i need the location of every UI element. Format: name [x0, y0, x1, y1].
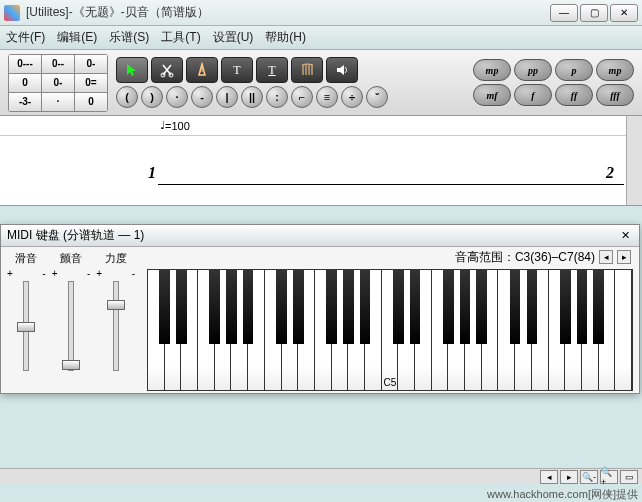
numpad-0[interactable]: 0---	[9, 55, 41, 73]
black-key[interactable]	[209, 270, 220, 344]
footer-attribution: www.hackhome.com[网侠]提供	[487, 487, 638, 502]
circ-1[interactable]: )	[141, 86, 163, 108]
black-key[interactable]	[593, 270, 604, 344]
menu-edit[interactable]: 编辑(E)	[57, 29, 97, 46]
numpad-5[interactable]: 0=	[75, 74, 107, 92]
piano-keyboard[interactable]: C5	[147, 269, 633, 391]
black-key[interactable]	[276, 270, 287, 344]
menu-tools[interactable]: 工具(T)	[161, 29, 200, 46]
tool-harp[interactable]	[291, 57, 323, 83]
slider-vibrato-label: 颤音	[60, 251, 82, 266]
black-key[interactable]	[476, 270, 487, 344]
zoom-out-button[interactable]: 🔍-	[580, 470, 598, 484]
numpad-7[interactable]: ·	[42, 93, 74, 111]
c5-label: C5	[384, 377, 397, 388]
circ-2[interactable]: ·	[166, 86, 188, 108]
black-key[interactable]	[577, 270, 588, 344]
dyn-mf[interactable]: mf	[473, 84, 511, 106]
bar-number-1: 1	[148, 164, 156, 182]
black-key[interactable]	[243, 270, 254, 344]
numpad-4[interactable]: 0-	[42, 74, 74, 92]
slider-glide-label: 滑音	[15, 251, 37, 266]
black-key[interactable]	[560, 270, 571, 344]
dyn-ff[interactable]: ff	[555, 84, 593, 106]
dyn-f[interactable]: f	[514, 84, 552, 106]
black-key[interactable]	[510, 270, 521, 344]
bottom-toolbar: ◂ ▸ 🔍- 🔍+ ▭	[0, 468, 642, 484]
staff[interactable]: 1 2	[0, 136, 642, 206]
numpad-1[interactable]: 0--	[42, 55, 74, 73]
zoom-in-button[interactable]: 🔍+	[600, 470, 618, 484]
minimize-button[interactable]: —	[550, 4, 578, 22]
black-key[interactable]	[527, 270, 538, 344]
circ-3[interactable]: -	[191, 86, 213, 108]
nav-right-button[interactable]: ▸	[560, 470, 578, 484]
midi-panel-title: MIDI 键盘 (分谱轨道 — 1)	[7, 227, 617, 244]
black-key[interactable]	[460, 270, 471, 344]
dyn-fff[interactable]: fff	[596, 84, 634, 106]
tool-cut[interactable]	[151, 57, 183, 83]
tool-arrow[interactable]	[116, 57, 148, 83]
tool-speaker[interactable]	[326, 57, 358, 83]
midi-keyboard-panel: MIDI 键盘 (分谱轨道 — 1) ✕ 滑音 +- 颤音 +- 力度 +- 音…	[0, 224, 640, 394]
window-title: [Utilites]-《无题》-贝音（简谱版）	[26, 4, 550, 21]
range-next-button[interactable]: ▸	[617, 250, 631, 264]
tool-tempo[interactable]	[186, 57, 218, 83]
menu-file[interactable]: 文件(F)	[6, 29, 45, 46]
numpad-8[interactable]: 0	[75, 93, 107, 111]
dyn-pp[interactable]: pp	[514, 59, 552, 81]
circ-7[interactable]: ⌐	[291, 86, 313, 108]
circ-4[interactable]: |	[216, 86, 238, 108]
tool-lyric[interactable]: T	[256, 57, 288, 83]
black-key[interactable]	[159, 270, 170, 344]
toolbar: 0--- 0-- 0- 0 0- 0= -3- · 0 T T ( ) · - …	[0, 50, 642, 116]
black-key[interactable]	[360, 270, 371, 344]
circ-8[interactable]: ≡	[316, 86, 338, 108]
black-key[interactable]	[393, 270, 404, 344]
number-pad: 0--- 0-- 0- 0 0- 0= -3- · 0	[8, 54, 108, 112]
nav-left-button[interactable]: ◂	[540, 470, 558, 484]
vertical-scrollbar[interactable]	[626, 116, 642, 205]
circ-9[interactable]: ÷	[341, 86, 363, 108]
score-area[interactable]: ♩=100 1 2	[0, 116, 642, 206]
black-key[interactable]	[343, 270, 354, 344]
numpad-6[interactable]: -3-	[9, 93, 41, 111]
circ-10[interactable]: ˇ	[366, 86, 388, 108]
dyn-mp2[interactable]: mp	[596, 59, 634, 81]
pitch-range-label: 音高范围：C3(36)–C7(84)	[455, 249, 595, 266]
slider-glide[interactable]	[23, 281, 29, 371]
sliders-area: 滑音 +- 颤音 +- 力度 +-	[1, 247, 141, 393]
menu-help[interactable]: 帮助(H)	[265, 29, 306, 46]
close-button[interactable]: ✕	[610, 4, 638, 22]
black-key[interactable]	[443, 270, 454, 344]
black-key[interactable]	[293, 270, 304, 344]
dyn-p[interactable]: p	[555, 59, 593, 81]
slider-velocity-label: 力度	[105, 251, 127, 266]
midi-close-button[interactable]: ✕	[617, 228, 633, 244]
circ-6[interactable]: :	[266, 86, 288, 108]
menu-score[interactable]: 乐谱(S)	[109, 29, 149, 46]
black-key[interactable]	[410, 270, 421, 344]
black-key[interactable]	[226, 270, 237, 344]
circ-0[interactable]: (	[116, 86, 138, 108]
menubar: 文件(F) 编辑(E) 乐谱(S) 工具(T) 设置(U) 帮助(H)	[0, 26, 642, 50]
slider-velocity[interactable]	[113, 281, 119, 371]
range-prev-button[interactable]: ◂	[599, 250, 613, 264]
zoom-page-button[interactable]: ▭	[620, 470, 638, 484]
black-key[interactable]	[176, 270, 187, 344]
tempo-value: =100	[165, 120, 190, 132]
bar-number-2: 2	[606, 164, 614, 182]
slider-vibrato[interactable]	[68, 281, 74, 371]
maximize-button[interactable]: ▢	[580, 4, 608, 22]
app-icon	[4, 5, 20, 21]
black-key[interactable]	[326, 270, 337, 344]
numpad-2[interactable]: 0-	[75, 55, 107, 73]
dyn-mp1[interactable]: mp	[473, 59, 511, 81]
menu-settings[interactable]: 设置(U)	[213, 29, 254, 46]
circ-5[interactable]: ||	[241, 86, 263, 108]
numpad-3[interactable]: 0	[9, 74, 41, 92]
tool-text[interactable]: T	[221, 57, 253, 83]
ruler: ♩=100	[0, 116, 642, 136]
